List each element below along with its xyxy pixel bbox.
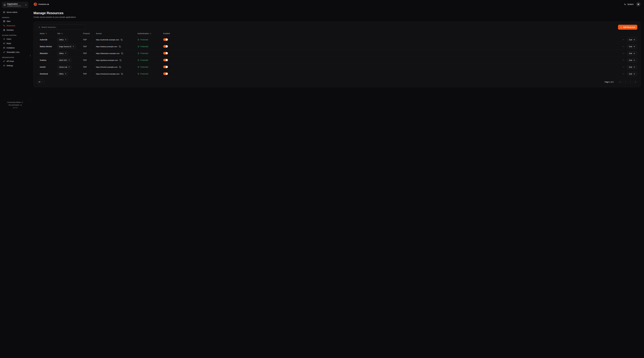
- enabled-toggle[interactable]: [163, 38, 168, 41]
- auth-status: Protected: [138, 39, 163, 41]
- auth-status: Protected: [138, 52, 163, 54]
- topbar: PANGOLIN System M: [30, 0, 644, 8]
- row-menu-button[interactable]: [622, 52, 625, 55]
- sidebar-resize-handle[interactable]: [30, 55, 30, 57]
- sidebar-item-settings[interactable]: Settings: [1, 64, 29, 68]
- sort-icon: [150, 33, 151, 34]
- copy-icon: [121, 73, 123, 75]
- toggle-knob: [166, 73, 168, 75]
- column-header-authentication[interactable]: Authentication: [138, 33, 151, 35]
- enabled-toggle[interactable]: [163, 72, 168, 75]
- protocol-value: TCP: [83, 46, 96, 48]
- prev-page-button[interactable]: [623, 80, 627, 84]
- column-header-enabled: Enabled: [163, 33, 170, 35]
- auth-status: Protected: [138, 59, 163, 61]
- sidebar-item-invitations[interactable]: Invitations: [1, 46, 29, 50]
- pangolin-logo-icon: [34, 2, 37, 6]
- chevrons-up-down-icon: [25, 4, 27, 6]
- community-edition-link[interactable]: Community Edition: [7, 101, 23, 103]
- sidebar-item-roles[interactable]: Roles: [1, 41, 29, 46]
- column-header-site[interactable]: Site: [57, 33, 63, 35]
- copy-icon: [121, 39, 122, 41]
- sidebar-item-api-keys[interactable]: API Keys: [1, 59, 29, 63]
- enabled-toggle[interactable]: [163, 45, 168, 48]
- enabled-toggle[interactable]: [163, 52, 168, 55]
- table-row: Immich Home Lab TCP https://immich.examp…: [37, 64, 637, 71]
- ellipsis-icon: [622, 46, 624, 48]
- edit-button[interactable]: Edit: [627, 72, 637, 76]
- site-link-button[interactable]: Home Lab: [57, 65, 72, 69]
- table-row: Authentik Office TCP https://authentik.e…: [37, 36, 637, 43]
- column-header-name[interactable]: Name: [40, 33, 47, 35]
- shield-check-icon: [138, 73, 139, 75]
- access-url: https://grafana.example.com: [96, 59, 118, 61]
- edit-button[interactable]: Edit: [627, 65, 637, 69]
- sidebar-footer: Community Edition Documentation v1.7.0: [0, 100, 30, 111]
- access-url: https://immich.example.com: [96, 66, 118, 68]
- toggle-knob: [166, 39, 168, 41]
- arrow-right-icon: [633, 39, 635, 41]
- copy-url-button[interactable]: [119, 66, 121, 68]
- page-size-select[interactable]: 20: [37, 80, 44, 84]
- row-menu-button[interactable]: [622, 66, 625, 69]
- resource-name: Bitwarden: [40, 52, 57, 54]
- page-subtitle: Create secure proxies to your private ap…: [34, 16, 640, 18]
- row-menu-button[interactable]: [622, 59, 625, 62]
- site-link-button[interactable]: Edge Device 01: [57, 45, 76, 49]
- resource-name: Battery Monitor: [40, 46, 57, 48]
- arrow-up-right-icon: [72, 46, 74, 47]
- sidebar-item-users[interactable]: Users: [1, 37, 29, 41]
- add-resource-button[interactable]: Add Resource: [618, 25, 637, 30]
- sidebar-item-shareable-links[interactable]: Shareable Links: [1, 50, 29, 54]
- column-header-protocol: Protocol: [83, 33, 90, 35]
- arrow-right-icon: [633, 66, 635, 68]
- theme-toggle-button[interactable]: System: [624, 3, 634, 5]
- edit-button[interactable]: Edit: [627, 51, 637, 56]
- search-input[interactable]: [42, 26, 84, 28]
- ellipsis-icon: [622, 73, 624, 75]
- edit-button[interactable]: Edit: [627, 38, 637, 42]
- last-page-button[interactable]: [633, 80, 637, 84]
- sort-icon: [46, 33, 47, 34]
- copy-url-button[interactable]: [121, 73, 123, 75]
- chevron-right-icon: [630, 81, 631, 83]
- edit-button[interactable]: Edit: [627, 45, 637, 49]
- site-link-button[interactable]: AWS VPC: [57, 58, 72, 62]
- arrow-right-icon: [633, 59, 635, 61]
- sidebar-item-resources[interactable]: Resources: [1, 24, 29, 28]
- site-link-button[interactable]: Office: [57, 38, 68, 42]
- access-url: https://battery.example.com: [96, 46, 117, 48]
- edit-button[interactable]: Edit: [627, 58, 637, 62]
- copy-url-button[interactable]: [121, 52, 124, 55]
- sidebar-section-access-control: ACCESS CONTROL: [0, 32, 30, 37]
- user-avatar[interactable]: M: [636, 2, 640, 7]
- sidebar-item-sites[interactable]: Sites: [1, 19, 29, 23]
- copy-url-button[interactable]: [118, 45, 121, 48]
- site-link-button[interactable]: Office: [57, 52, 68, 56]
- row-menu-button[interactable]: [622, 38, 625, 41]
- shield-check-icon: [138, 66, 139, 68]
- mail-icon: [3, 47, 5, 49]
- first-page-button[interactable]: [618, 80, 622, 84]
- row-menu-button[interactable]: [622, 72, 625, 75]
- page-info: Page 1 of 1: [604, 81, 614, 83]
- copy-url-button[interactable]: [119, 59, 122, 62]
- auth-status: Protected: [138, 73, 163, 75]
- enabled-toggle[interactable]: [163, 59, 168, 61]
- org-selector[interactable]: Organization milo@fossorial.io's ...: [2, 2, 28, 8]
- search-box: [37, 25, 86, 30]
- sites-icon: [3, 20, 5, 22]
- shield-check-icon: [138, 39, 139, 41]
- documentation-link[interactable]: Documentation: [8, 104, 22, 106]
- next-page-button[interactable]: [628, 80, 632, 84]
- copy-url-button[interactable]: [120, 39, 123, 41]
- sidebar-item-domains[interactable]: Domains: [1, 28, 29, 32]
- row-menu-button[interactable]: [622, 45, 625, 48]
- copy-icon: [121, 53, 123, 54]
- enabled-toggle[interactable]: [163, 66, 168, 68]
- site-link-button[interactable]: Office: [57, 72, 68, 76]
- sidebar-item-server-admin[interactable]: Server Admin: [1, 10, 29, 14]
- toggle-knob: [166, 59, 168, 61]
- chevrons-right-icon: [634, 81, 636, 83]
- globe-icon: [3, 29, 5, 31]
